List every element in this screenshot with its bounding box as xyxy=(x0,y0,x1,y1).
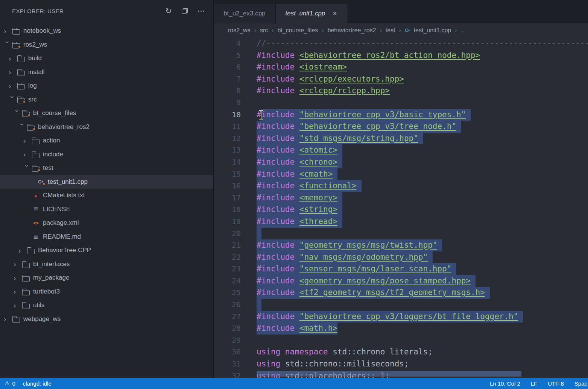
code-line-15[interactable]: 15#include <cmath> xyxy=(214,168,588,180)
line-number: 15 xyxy=(214,168,241,180)
tree-item-label: include xyxy=(43,151,63,158)
encoding-selector[interactable]: UTF-8 xyxy=(548,380,564,387)
code-line-12[interactable]: 12#include "std_msgs/msg/string.hpp" xyxy=(214,133,588,145)
code-line-4[interactable]: 4//-------------------------------------… xyxy=(214,38,588,50)
chevron-down-icon[interactable]: › xyxy=(9,96,16,104)
tree-item-notebook_ws[interactable]: ›notebook_ws xyxy=(0,24,213,38)
tree-item-webpage_ws[interactable]: ›webpage_ws xyxy=(0,312,213,326)
tree-item-bt_interfaces[interactable]: ›bt_interfaces xyxy=(0,257,213,271)
tree-item-test_unit1.cpp[interactable]: C+test_unit1.cpp xyxy=(0,175,213,189)
chevron-down-icon[interactable]: › xyxy=(14,110,21,118)
chevron-right-icon[interactable]: › xyxy=(14,274,22,282)
breadcrumb-item[interactable]: test xyxy=(386,27,395,34)
tree-item-package.xml[interactable]: <>package.xml xyxy=(0,216,213,230)
breadcrumb-item[interactable]: test_unit1.cpp xyxy=(414,27,451,34)
chevron-right-icon[interactable]: › xyxy=(9,55,17,62)
chevron-right-icon[interactable]: › xyxy=(9,82,17,89)
code-line-8[interactable]: 8#include <rclcpp/rclcpp.hpp> xyxy=(214,85,588,97)
tree-item-my_package[interactable]: ›my_package xyxy=(0,271,213,285)
warning-icon: ⚠ xyxy=(5,380,9,387)
tree-item-turtlebot3[interactable]: ›turtlebot3 xyxy=(0,285,213,299)
line-number: 13 xyxy=(214,144,241,156)
code-line-30[interactable]: 30using namespace std::chrono_literals; xyxy=(214,346,588,358)
code-line-5[interactable]: 5#include <behaviortree_ros2/bt_action_n… xyxy=(214,50,588,62)
code-line-17[interactable]: 17#include <memory> xyxy=(214,192,588,204)
tree-item-test[interactable]: ›test xyxy=(0,161,213,175)
tree-item-build[interactable]: ›build xyxy=(0,51,213,65)
code-line-22[interactable]: 22#include "nav_msgs/msg/odometry.hpp" xyxy=(214,251,588,263)
tree-item-label: ros2_ws xyxy=(23,41,47,48)
code-line-7[interactable]: 7#include <rclcpp/executors.hpp> xyxy=(214,73,588,85)
code-line-10[interactable]: 10#include "behaviortree_cpp_v3/basic_ty… xyxy=(214,109,588,121)
code-editor[interactable]: 4//-------------------------------------… xyxy=(214,38,588,378)
tree-item-ros2_ws[interactable]: ›ros2_ws xyxy=(0,38,213,52)
tab-bt_u2_ex3.cpp[interactable]: bt_u2_ex3.cpp xyxy=(214,4,276,23)
eol-selector[interactable]: LF xyxy=(531,380,538,387)
breadcrumb-item[interactable]: ... xyxy=(461,27,466,34)
breadcrumb-item[interactable]: behaviortree_ros2 xyxy=(328,27,376,34)
code-text: #include "nav_msgs/msg/odometry.hpp" xyxy=(241,251,433,263)
chevron-right-icon[interactable]: › xyxy=(14,302,22,309)
code-line-29[interactable]: 29 xyxy=(214,335,588,347)
code-text: #include "sensor_msgs/msg/laser_scan.hpp… xyxy=(241,263,456,275)
tree-item-BehaviorTree.CPP[interactable]: ›BehaviorTree.CPP xyxy=(0,244,213,257)
chevron-right-icon[interactable]: › xyxy=(4,315,12,322)
code-line-21[interactable]: 21#include "geometry_msgs/msg/twist.hpp" xyxy=(214,239,588,251)
code-line-14[interactable]: 14#include <chrono> xyxy=(214,156,588,168)
tree-item-install[interactable]: ›install xyxy=(0,65,213,79)
chevron-right-icon[interactable]: › xyxy=(4,27,12,35)
tree-item-bt_course_files[interactable]: ›bt_course_files xyxy=(0,106,213,120)
breadcrumb-item[interactable]: ros2_ws xyxy=(228,27,251,34)
code-line-24[interactable]: 24#include <geometry_msgs/msg/pose_stamp… xyxy=(214,275,588,287)
code-line-16[interactable]: 16#include <functional> xyxy=(214,180,588,192)
code-line-11[interactable]: 11#include "behaviortree_cpp_v3/tree_nod… xyxy=(214,121,588,133)
code-line-26[interactable]: 26 xyxy=(214,299,588,311)
code-line-31[interactable]: 31using std::chrono::milliseconds; xyxy=(214,358,588,370)
tree-item-utils[interactable]: ›utils xyxy=(0,298,213,312)
tree-item-include[interactable]: ›include xyxy=(0,148,213,162)
chevron-down-icon[interactable]: › xyxy=(4,41,11,49)
code-line-20[interactable]: 20 xyxy=(214,228,588,240)
code-text: using std::chrono::milliseconds; xyxy=(241,358,409,370)
cursor-position[interactable]: Ln 10, Col 2 xyxy=(490,380,520,387)
tree-item-action[interactable]: ›action xyxy=(0,134,213,148)
chevron-right-icon[interactable]: › xyxy=(14,260,22,268)
horizontal-scrollbar[interactable] xyxy=(257,371,521,377)
breadcrumb-item[interactable]: src xyxy=(260,27,268,34)
more-actions-icon[interactable]: ⋯ xyxy=(198,7,205,15)
tree-item-CMakeLists.txt[interactable]: ▲CMakeLists.txt xyxy=(0,189,213,203)
code-line-19[interactable]: 19#include <thread> xyxy=(214,216,588,228)
tree-item-src[interactable]: ›src xyxy=(0,93,213,107)
folder-icon xyxy=(22,110,30,117)
chevron-down-icon[interactable]: › xyxy=(19,123,26,132)
chevron-right-icon[interactable]: › xyxy=(9,68,17,76)
refresh-icon[interactable]: ↻ xyxy=(165,7,172,15)
code-line-23[interactable]: 23#include "sensor_msgs/msg/laser_scan.h… xyxy=(214,263,588,275)
breadcrumb-item[interactable]: bt_course_files xyxy=(278,27,318,34)
code-line-6[interactable]: 6#include <iostream> xyxy=(214,61,588,73)
code-line-13[interactable]: 13#include <atomic> xyxy=(214,144,588,156)
chevron-right-icon[interactable]: › xyxy=(18,247,27,254)
selection-newline xyxy=(337,156,342,168)
code-line-9[interactable]: 9 xyxy=(214,97,588,109)
chevron-right-icon[interactable]: › xyxy=(23,151,32,158)
code-text xyxy=(241,335,257,347)
tree-item-behaviortree_ros2[interactable]: ›behaviortree_ros2 xyxy=(0,120,213,134)
code-line-25[interactable]: 25#include <tf2_geometry_msgs/tf2_geomet… xyxy=(214,287,588,299)
close-icon[interactable]: × xyxy=(333,9,337,18)
language-server-status[interactable]: clangd: idle xyxy=(23,380,52,387)
code-line-18[interactable]: 18#include <string> xyxy=(214,204,588,216)
tree-item-LICENSE[interactable]: ≣LICENSE xyxy=(0,203,213,216)
tab-test_unit1.cpp[interactable]: test_unit1.cpp× xyxy=(276,4,347,23)
tree-item-log[interactable]: ›log xyxy=(0,79,213,93)
collapse-folders-icon[interactable] xyxy=(182,8,188,14)
tree-item-README.md[interactable]: ≣README.md xyxy=(0,230,213,244)
chevron-right-icon[interactable]: › xyxy=(14,288,22,295)
code-line-28[interactable]: 28#include <math.h> xyxy=(214,322,588,335)
problems-indicator[interactable]: ⚠ 0 xyxy=(5,380,15,387)
code-line-27[interactable]: 27#include "behaviortree_cpp_v3/loggers/… xyxy=(214,311,588,323)
indentation-selector[interactable]: Spac xyxy=(574,380,587,387)
chevron-down-icon[interactable]: › xyxy=(24,165,31,173)
chevron-right-icon[interactable]: › xyxy=(23,137,32,144)
selection-newline xyxy=(257,299,261,311)
